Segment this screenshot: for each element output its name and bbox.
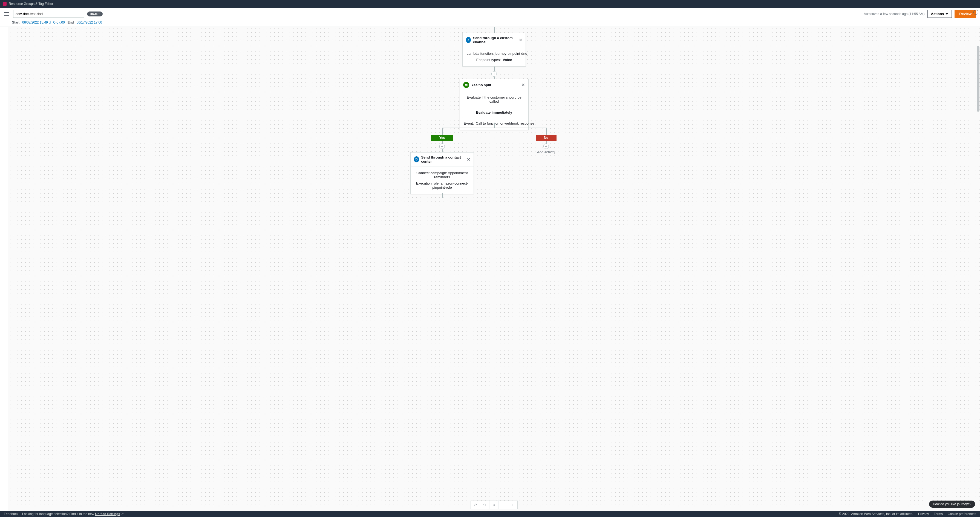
node-title: Yes/no split [471,83,491,87]
close-icon[interactable]: ✕ [522,83,525,87]
event-label: Event: [464,121,474,126]
actions-button[interactable]: Actions [928,10,952,18]
cookie-preferences-link[interactable]: Cookie preferences [948,512,976,516]
node-title: Send through a custom channel [473,36,517,44]
branch-no: No [536,135,557,141]
status-badge: DRAFT [87,11,103,16]
node-contact-center[interactable]: ✆ Send through a contact center ✕ Connec… [410,152,474,194]
redo-button[interactable]: ↷ [480,501,490,509]
actions-label: Actions [931,12,944,16]
lambda-value: journey-pinpoint-dnc [495,51,527,56]
add-activity-label[interactable]: Add activity [537,150,555,154]
connector [442,127,443,135]
zoom-out-button[interactable]: − [499,501,508,509]
feedback-link[interactable]: Feedback [4,512,18,516]
resource-groups-icon [3,2,6,6]
connector [546,127,547,135]
sidebar-toggle[interactable] [0,27,8,511]
external-link-icon: ↗ [121,512,124,516]
lambda-label: Lambda function: [466,51,494,56]
review-button[interactable]: Review [955,10,976,18]
time-range: Start 06/08/2022 15:49 UTC-07:00 End 06/… [4,21,976,24]
split-timing: Evaluate immediately [464,109,525,116]
connector [442,193,443,198]
close-icon[interactable]: ✕ [467,157,470,162]
branch-yes: Yes [431,135,453,141]
menu-icon[interactable] [4,11,9,17]
terms-link[interactable]: Terms [934,512,943,516]
canvas-toolbar: ↶ ↷ ⌖ − + [471,501,518,509]
add-step-button[interactable]: + [439,143,445,149]
node-yes-no-split[interactable]: ⇆ Yes/no split ✕ Evaluate if the custome… [460,79,528,130]
scrollbar-thumb[interactable] [977,46,980,112]
resource-groups-link[interactable]: Resource Groups & Tag Editor [9,2,53,6]
node-title: Send through a contact center [421,155,465,164]
connector [494,27,495,33]
add-step-button[interactable]: + [543,143,549,149]
event-value: Call to function or webhook response [476,121,535,126]
end-label: End [68,21,74,24]
journey-name-input[interactable] [13,10,84,18]
autosave-text: Autosaved a few seconds ago (11:55 AM) [864,12,924,16]
unified-settings-link[interactable]: Unified Settings [95,512,120,516]
lambda-icon: λ [466,37,471,43]
endpoint-label: Endpoint types: [476,58,501,62]
feedback-pill[interactable]: How do you like journeys? [929,501,975,508]
campaign-label: Connect campaign: [416,171,447,175]
endpoint-value: Voice [503,58,512,62]
caret-down-icon [945,13,948,15]
journey-header: DRAFT Autosaved a few seconds ago (11:55… [0,8,980,27]
language-prompt: Looking for language selection? Find it … [22,512,124,516]
connector [442,149,443,152]
undo-button[interactable]: ↶ [471,501,480,509]
end-value[interactable]: 06/17/2022 17:00 [76,21,102,24]
connector [494,77,495,79]
journey-canvas[interactable]: λ Send through a custom channel ✕ Lambda… [8,27,980,511]
close-icon[interactable]: ✕ [519,38,522,43]
top-nav-bar: Resource Groups & Tag Editor [0,0,980,8]
phone-icon: ✆ [414,156,419,162]
info-icon[interactable]: i [974,10,978,15]
connector [494,123,495,127]
node-custom-channel[interactable]: λ Send through a custom channel ✕ Lambda… [462,33,526,67]
add-step-button[interactable]: + [492,71,497,77]
split-icon: ⇆ [463,82,469,88]
start-label: Start [12,21,19,24]
split-desc: Evaluate if the customer should be calle… [464,94,525,105]
privacy-link[interactable]: Privacy [918,512,929,516]
recenter-button[interactable]: ⌖ [490,501,499,509]
copyright: © 2022, Amazon Web Services, Inc. or its… [839,512,913,516]
connector [442,127,546,128]
footer: Feedback Looking for language selection?… [0,511,980,517]
role-label: Execution role: [416,181,440,185]
start-value[interactable]: 06/08/2022 15:49 UTC-07:00 [22,21,65,24]
zoom-in-button[interactable]: + [508,501,517,509]
